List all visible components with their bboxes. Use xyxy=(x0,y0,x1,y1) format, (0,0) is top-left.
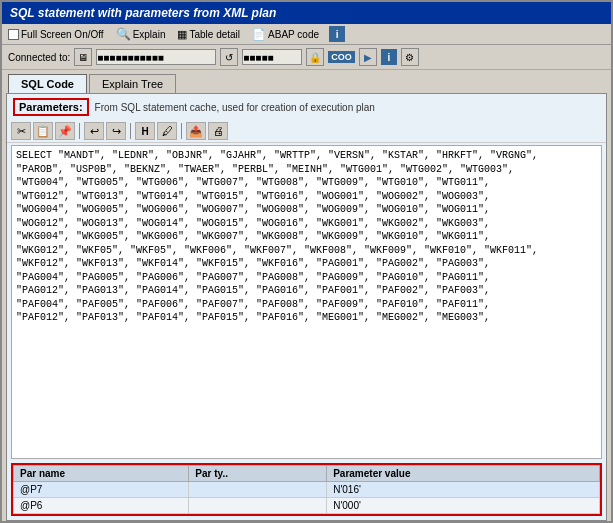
title-bar: SQL statement with parameters from XML p… xyxy=(2,2,611,24)
params-description: From SQL statement cache, used for creat… xyxy=(95,102,375,113)
params-label: Parameters: xyxy=(13,98,89,116)
explain-button[interactable]: 🔍 Explain xyxy=(114,26,168,42)
coo-badge: COO xyxy=(328,51,355,63)
connected-bar: Connected to: 🖥 ↺ 🔒 COO ▶ i ⚙ xyxy=(2,45,611,70)
separator-1 xyxy=(79,123,80,139)
info-btn-2[interactable]: i xyxy=(381,49,397,65)
print-icon-btn[interactable]: 🖨 xyxy=(208,122,228,140)
marker-icon-btn[interactable]: 🖊 xyxy=(157,122,177,140)
table-row: @P6N'000' xyxy=(14,498,600,514)
col-header-par-type: Par ty.. xyxy=(189,466,327,482)
tab-explain-tree[interactable]: Explain Tree xyxy=(89,74,176,93)
redo-icon-btn[interactable]: ↪ xyxy=(106,122,126,140)
sql-area[interactable]: SELECT "MANDT", "LEDNR", "OBJNR", "GJAHR… xyxy=(11,145,602,459)
abap-code-button[interactable]: 📄 ABAP code xyxy=(250,27,321,42)
params-row: Parameters: From SQL statement cache, us… xyxy=(7,94,606,120)
export-icon-btn[interactable]: 📤 xyxy=(186,122,206,140)
sql-content: SELECT "MANDT", "LEDNR", "OBJNR", "GJAHR… xyxy=(16,149,597,325)
par-value-cell: N'016' xyxy=(327,482,600,498)
paste-icon-btn[interactable]: 📌 xyxy=(55,122,75,140)
main-window: SQL statement with parameters from XML p… xyxy=(0,0,613,523)
table-detail-button[interactable]: ▦ Table detail xyxy=(175,27,242,42)
table-detail-label: Table detail xyxy=(189,29,240,40)
par-name-cell: @P6 xyxy=(14,498,189,514)
explain-label: Explain xyxy=(133,29,166,40)
action-bar: ✂ 📋 📌 ↩ ↪ H 🖊 📤 🖨 xyxy=(7,120,606,143)
col-header-par-name: Par name xyxy=(14,466,189,482)
abap-icon: 📄 xyxy=(252,28,266,41)
params-table-section: Par name Par ty.. Parameter value @P7N'0… xyxy=(11,463,602,516)
checkbox-icon xyxy=(8,29,19,40)
par-type-cell xyxy=(189,498,327,514)
abap-code-label: ABAP code xyxy=(268,29,319,40)
cut-icon-btn[interactable]: ✂ xyxy=(11,122,31,140)
par-type-cell xyxy=(189,482,327,498)
copy-icon-btn[interactable]: 📋 xyxy=(33,122,53,140)
separator-3 xyxy=(181,123,182,139)
connected-label: Connected to: xyxy=(8,52,70,63)
main-content: Parameters: From SQL statement cache, us… xyxy=(6,93,607,521)
fullscreen-button[interactable]: Full Screen On/Off xyxy=(6,28,106,41)
separator-2 xyxy=(130,123,131,139)
par-value-cell: N'000' xyxy=(327,498,600,514)
highlight-icon-btn[interactable]: H xyxy=(135,122,155,140)
window-title: SQL statement with parameters from XML p… xyxy=(10,6,276,20)
arrow-icon-btn[interactable]: ▶ xyxy=(359,48,377,66)
fullscreen-label: Full Screen On/Off xyxy=(21,29,104,40)
lock-icon-btn[interactable]: 🔒 xyxy=(306,48,324,66)
table-icon: ▦ xyxy=(177,28,187,41)
explain-icon: 🔍 xyxy=(116,27,131,41)
server-icon-btn[interactable]: 🖥 xyxy=(74,48,92,66)
table-row: @P7N'016' xyxy=(14,482,600,498)
params-table: Par name Par ty.. Parameter value @P7N'0… xyxy=(13,465,600,514)
connected-field-2[interactable] xyxy=(242,49,302,65)
undo-icon-btn[interactable]: ↩ xyxy=(84,122,104,140)
info-button[interactable]: i xyxy=(329,26,345,42)
connected-field[interactable] xyxy=(96,49,216,65)
tab-sql-code[interactable]: SQL Code xyxy=(8,74,87,93)
settings-icon-btn[interactable]: ⚙ xyxy=(401,48,419,66)
toolbar: Full Screen On/Off 🔍 Explain ▦ Table det… xyxy=(2,24,611,45)
tabs-row: SQL Code Explain Tree xyxy=(2,70,611,93)
tab-sql-code-label: SQL Code xyxy=(21,78,74,90)
col-header-par-value: Parameter value xyxy=(327,466,600,482)
par-name-cell: @P7 xyxy=(14,482,189,498)
tab-explain-tree-label: Explain Tree xyxy=(102,78,163,90)
refresh-icon-btn[interactable]: ↺ xyxy=(220,48,238,66)
